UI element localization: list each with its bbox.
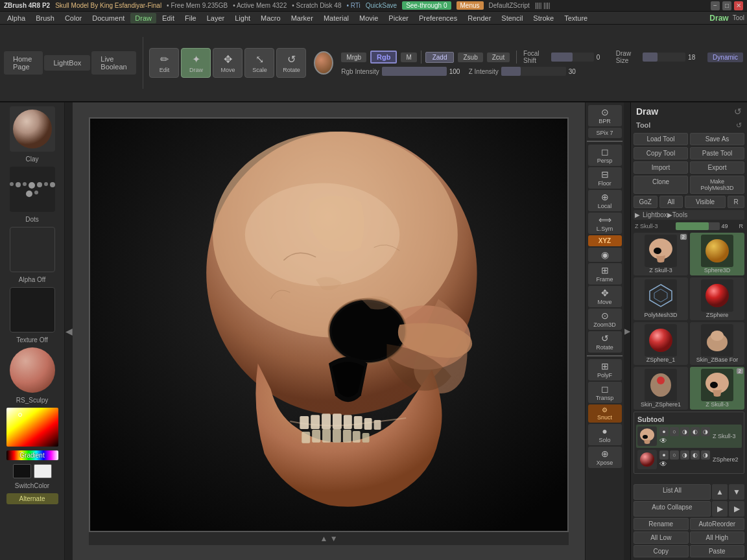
tool-item-zsphere[interactable]: ZSphere bbox=[690, 277, 744, 320]
subtool-eye-1[interactable]: 👁 bbox=[659, 436, 667, 445]
subtool-ctrl-1a[interactable]: ● bbox=[659, 427, 669, 436]
xpose-btn[interactable]: ⊕ Xpose bbox=[588, 447, 622, 468]
z-skull-slider[interactable] bbox=[676, 222, 720, 230]
menu-picker[interactable]: Picker bbox=[384, 13, 413, 23]
clone-btn[interactable]: Clone bbox=[634, 176, 688, 194]
move-3d-btn[interactable]: ✥ Move bbox=[588, 286, 622, 307]
auto-reorder-btn[interactable]: AutoReorder bbox=[690, 518, 745, 530]
tab-live-boolean[interactable]: Live Boolean bbox=[91, 51, 136, 75]
menu-preferences[interactable]: Preferences bbox=[414, 13, 462, 23]
zoom3d-btn[interactable]: ⊙ Zoom3D bbox=[588, 309, 622, 330]
save-as-btn[interactable]: Save As bbox=[690, 133, 744, 145]
rgb-btn[interactable]: Rgb bbox=[370, 51, 397, 64]
menu-marker[interactable]: Marker bbox=[287, 13, 318, 23]
tp-copy-btn[interactable]: Copy bbox=[634, 545, 689, 557]
edit-tool-btn[interactable]: ✏ Edit bbox=[149, 48, 179, 78]
menu-macro[interactable]: Macro bbox=[256, 13, 285, 23]
zsub-btn[interactable]: Zsub bbox=[458, 52, 482, 62]
tab-lightbox[interactable]: LightBox bbox=[44, 55, 90, 71]
texture-off-preview[interactable] bbox=[10, 287, 55, 332]
all-low-btn[interactable]: All Low bbox=[634, 531, 689, 544]
menu-stencil[interactable]: Stencil bbox=[497, 13, 527, 23]
subtool-ctrl-2a[interactable]: ● bbox=[659, 450, 669, 460]
draw-size-slider[interactable] bbox=[643, 52, 685, 62]
minimize-btn[interactable]: − bbox=[711, 1, 720, 10]
menu-document[interactable]: Document bbox=[88, 13, 129, 23]
subtool-ctrl-2b[interactable]: ○ bbox=[670, 450, 679, 460]
list-all-btn[interactable]: List All bbox=[634, 484, 711, 500]
material-ball[interactable] bbox=[10, 347, 55, 393]
lsym-btn[interactable]: ⟺ L.Sym bbox=[588, 213, 622, 234]
maximize-btn[interactable]: □ bbox=[722, 1, 731, 10]
export-btn[interactable]: Export bbox=[690, 161, 744, 174]
see-through-btn[interactable]: See-through 0 bbox=[402, 1, 451, 10]
right-panel-collapse[interactable]: ▶ bbox=[624, 102, 630, 560]
copy-tool-btn[interactable]: Copy Tool bbox=[634, 147, 688, 159]
visible-btn[interactable]: Visible bbox=[685, 196, 726, 208]
xyz-btn[interactable]: XYZ bbox=[588, 235, 622, 246]
make-polymesh-btn[interactable]: Make PolyMesh3D bbox=[690, 176, 744, 194]
sym-btn[interactable]: ◉ bbox=[588, 248, 622, 262]
list-down-btn[interactable]: ▼ bbox=[729, 484, 744, 500]
import-btn[interactable]: Import bbox=[634, 161, 688, 174]
paste-tool-btn[interactable]: Paste Tool bbox=[690, 147, 744, 159]
auto-collapse-up-btn[interactable]: ▶ bbox=[712, 501, 728, 517]
refresh-icon[interactable]: ↺ bbox=[734, 106, 742, 117]
tool-item-zskull3[interactable]: 2 Z Skull-3 bbox=[634, 233, 688, 275]
left-panel-collapse[interactable]: ◀ bbox=[65, 102, 73, 560]
menu-color[interactable]: Color bbox=[60, 13, 86, 23]
subtool-ctrl-2d[interactable]: ◐ bbox=[691, 450, 700, 460]
spix-btn[interactable]: SPix 7 bbox=[588, 128, 622, 138]
tp-paste-btn[interactable]: Paste bbox=[690, 545, 745, 557]
bpr-btn[interactable]: ⊙ BPR bbox=[588, 105, 622, 126]
r-btn[interactable]: R bbox=[728, 196, 744, 208]
zadd-btn[interactable]: Zadd bbox=[425, 52, 455, 63]
close-btn[interactable]: ✕ bbox=[734, 1, 743, 10]
tab-home-page[interactable]: Home Page bbox=[4, 51, 43, 75]
rename-btn[interactable]: Rename bbox=[634, 518, 689, 530]
frame-btn[interactable]: ⊞ Frame bbox=[588, 263, 622, 285]
tool-item-polymesh3d[interactable]: PolyMesh3D bbox=[634, 277, 688, 320]
goz-btn[interactable]: GoZ bbox=[634, 196, 658, 208]
menu-edit[interactable]: Edit bbox=[158, 13, 179, 23]
persp-btn[interactable]: ◻ Persp bbox=[588, 145, 622, 166]
tool-item-skin-zbase[interactable]: Skin_ZBase For bbox=[690, 322, 744, 365]
transp-btn[interactable]: ◻ Transp bbox=[588, 382, 622, 403]
subtool-item-zsphere2[interactable]: ● ○ ◑ ◐ ◑ 👁 ZSphere2 bbox=[636, 448, 742, 471]
menus-btn[interactable]: Menus bbox=[456, 1, 484, 10]
m-btn[interactable]: M bbox=[401, 52, 416, 62]
dynamic-btn[interactable]: Dynamic bbox=[707, 52, 743, 62]
color-picker[interactable] bbox=[6, 408, 58, 447]
focal-shift-slider[interactable] bbox=[551, 52, 594, 62]
subtool-ctrl-1c[interactable]: ◑ bbox=[680, 427, 689, 436]
menu-stroke[interactable]: Stroke bbox=[528, 13, 558, 23]
subtool-ctrl-2e[interactable]: ◑ bbox=[701, 450, 710, 460]
dots-alpha-preview[interactable] bbox=[10, 167, 55, 212]
tool-item-sphere3d[interactable]: Sphere3D bbox=[690, 233, 744, 275]
local-btn[interactable]: ⊕ Local bbox=[588, 190, 622, 211]
load-tool-btn[interactable]: Load Tool bbox=[634, 133, 688, 145]
menu-texture[interactable]: Texture bbox=[560, 13, 592, 23]
subtool-ctrl-1e[interactable]: ◑ bbox=[701, 427, 710, 436]
tool-item-zsphere1[interactable]: ZSphere_1 bbox=[634, 322, 688, 365]
tool-refresh2[interactable]: ↺ bbox=[736, 121, 742, 130]
move-tool-btn[interactable]: ✥ Move bbox=[213, 48, 243, 78]
floor-btn[interactable]: ⊟ Floor bbox=[588, 167, 622, 189]
quick-save-btn[interactable]: QuickSave bbox=[366, 2, 397, 9]
list-up-btn[interactable]: ▲ bbox=[712, 484, 728, 500]
subtool-ctrl-1b[interactable]: ○ bbox=[670, 427, 679, 436]
swatch-black[interactable] bbox=[13, 464, 31, 478]
alpha-off-preview[interactable] bbox=[10, 227, 55, 272]
auto-collapse-btn[interactable]: Auto Collapse bbox=[634, 501, 711, 517]
auto-collapse-down-btn[interactable]: ▶ bbox=[729, 501, 744, 517]
z-skull-r[interactable]: R bbox=[739, 223, 744, 229]
lightbox-section[interactable]: ▶ Lightbox▶Tools bbox=[634, 210, 744, 220]
switch-color-label[interactable]: SwitchColor bbox=[15, 482, 49, 489]
menu-movie[interactable]: Movie bbox=[355, 13, 383, 23]
menu-draw[interactable]: Draw bbox=[130, 13, 156, 23]
subtool-item-zskull3[interactable]: ● ○ ◑ ◐ ◑ 👁 Z Skull-3 bbox=[636, 425, 742, 448]
menu-brush[interactable]: Brush bbox=[31, 13, 59, 23]
rotate-3d-btn[interactable]: ↺ Rotate bbox=[588, 331, 622, 353]
gradient-btn[interactable]: Gradient bbox=[6, 450, 58, 460]
alternate-btn[interactable]: Alternate bbox=[6, 493, 58, 504]
